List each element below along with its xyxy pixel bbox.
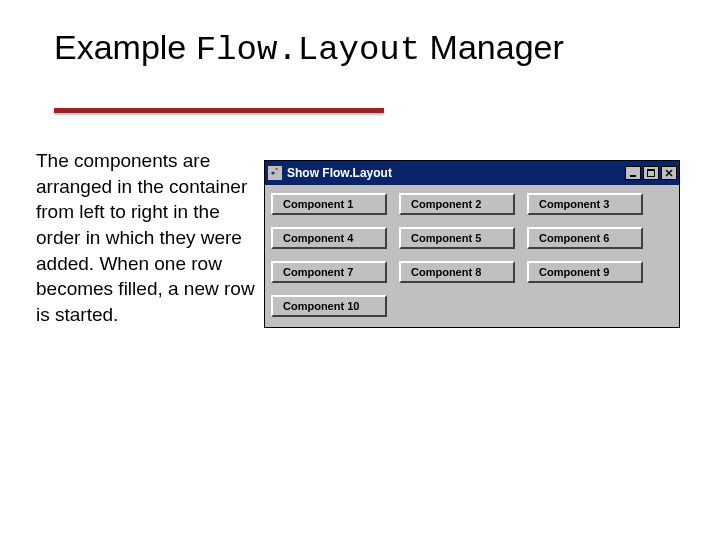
slide: Example Flow.Layout Manager The componen…	[0, 0, 720, 540]
title-prefix: Example	[54, 28, 196, 66]
component-label: Component 7	[283, 266, 353, 278]
window-titlebar[interactable]: Show Flow.Layout	[265, 161, 679, 185]
component-label: Component 9	[539, 266, 609, 278]
java-cup-icon	[267, 165, 283, 181]
component-label: Component 10	[283, 300, 359, 312]
window-control-buttons	[625, 166, 677, 180]
component-label: Component 8	[411, 266, 481, 278]
title-underline	[54, 108, 384, 113]
title-mono: Flow.Layout	[196, 31, 420, 69]
svg-rect-1	[630, 175, 636, 177]
component-button[interactable]: Component 8	[399, 261, 515, 283]
slide-title: Example Flow.Layout Manager	[54, 28, 564, 69]
maximize-button[interactable]	[643, 166, 659, 180]
component-button[interactable]: Component 10	[271, 295, 387, 317]
component-button[interactable]: Component 5	[399, 227, 515, 249]
window-client-area: Component 1 Component 2 Component 3 Comp…	[265, 185, 679, 327]
close-button[interactable]	[661, 166, 677, 180]
component-button[interactable]: Component 7	[271, 261, 387, 283]
component-label: Component 6	[539, 232, 609, 244]
component-button[interactable]: Component 1	[271, 193, 387, 215]
title-suffix: Manager	[420, 28, 564, 66]
component-label: Component 1	[283, 198, 353, 210]
component-button[interactable]: Component 2	[399, 193, 515, 215]
component-label: Component 2	[411, 198, 481, 210]
component-label: Component 4	[283, 232, 353, 244]
body-text: The components are arranged in the conta…	[36, 148, 256, 327]
component-button[interactable]: Component 4	[271, 227, 387, 249]
component-button[interactable]: Component 6	[527, 227, 643, 249]
component-button[interactable]: Component 3	[527, 193, 643, 215]
component-label: Component 3	[539, 198, 609, 210]
component-label: Component 5	[411, 232, 481, 244]
example-window: Show Flow.Layout Component 1 Component 2…	[264, 160, 680, 328]
component-button[interactable]: Component 9	[527, 261, 643, 283]
window-caption: Show Flow.Layout	[287, 166, 625, 180]
minimize-button[interactable]	[625, 166, 641, 180]
svg-rect-3	[647, 169, 655, 171]
